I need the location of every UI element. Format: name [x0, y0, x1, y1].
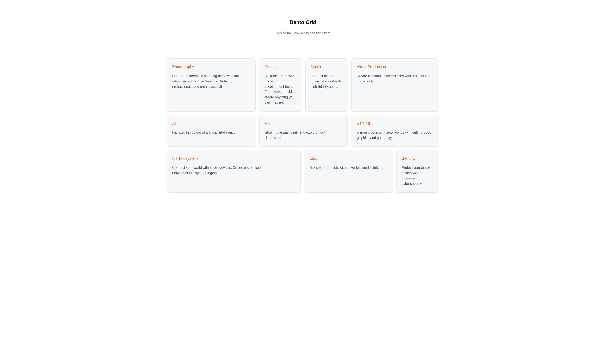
card-description: Capture moments in stunning detail with … — [172, 73, 250, 89]
card-title: VR — [265, 121, 342, 126]
card-title: Photography — [172, 65, 250, 69]
card-gaming[interactable]: Gaming Immerse yourself in new worlds wi… — [351, 115, 439, 147]
card-ai[interactable]: AI Harness the power of artificial intel… — [167, 115, 256, 147]
card-title: Security — [402, 156, 434, 161]
card-description: Step into virtual reality and explore ne… — [265, 130, 342, 141]
page-container: Bento Grid Resize the browser to see the… — [167, 0, 439, 201]
card-title: Coding — [264, 65, 296, 69]
card-description: Create cinematic masterpieces with profe… — [357, 73, 434, 84]
card-description: Scale your projects with powerful cloud … — [310, 165, 387, 170]
card-title: Gaming — [356, 121, 434, 126]
card-description: Harness the power of artificial intellig… — [172, 130, 251, 135]
card-video-production[interactable]: Video Production Create cinematic master… — [351, 58, 439, 112]
card-title: Cloud — [310, 156, 387, 161]
card-cloud[interactable]: Cloud Scale your projects with powerful … — [304, 150, 393, 193]
card-security[interactable]: Security Protect your digital assets wit… — [396, 150, 439, 193]
card-iot-ecosystem[interactable]: IoT Ecosystem Connect your world with sm… — [167, 150, 301, 193]
card-description: Protect your digital assets with advance… — [402, 165, 434, 186]
card-description: Experience the power of sound with high-… — [311, 73, 343, 89]
page-subtitle: Resize the browser to see the effect — [167, 31, 439, 35]
page-header: Bento Grid Resize the browser to see the… — [167, 19, 439, 48]
card-title: IoT Ecosystem — [172, 156, 295, 161]
card-music[interactable]: Music Experience the power of sound with… — [305, 58, 348, 112]
card-title: Music — [311, 65, 343, 69]
card-photography[interactable]: Photography Capture moments in stunning … — [167, 58, 256, 112]
bento-grid: Photography Capture moments in stunning … — [167, 58, 439, 193]
card-title: AI — [172, 121, 251, 126]
card-description: Immerse yourself in new worlds with cutt… — [356, 130, 434, 141]
page-title: Bento Grid — [167, 19, 439, 25]
card-coding[interactable]: Coding Build the future with powerful de… — [259, 58, 302, 112]
card-description: Connect your world with smart devices. C… — [172, 165, 268, 176]
card-title: Video Production — [357, 65, 434, 69]
card-vr[interactable]: VR Step into virtual reality and explore… — [259, 115, 348, 147]
card-description: Build the future with powerful developme… — [264, 73, 296, 105]
